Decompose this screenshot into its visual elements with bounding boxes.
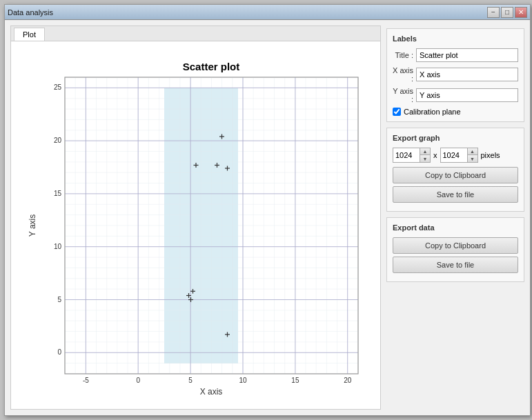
close-button[interactable]: ✕: [515, 7, 527, 18]
labels-section-title: Labels: [393, 34, 518, 43]
height-spin-down[interactable]: ▼: [468, 155, 477, 162]
xaxis-input[interactable]: [416, 68, 518, 81]
tab-plot[interactable]: Plot: [14, 28, 45, 41]
height-input[interactable]: [441, 148, 467, 162]
svg-text:10: 10: [53, 242, 61, 250]
scatter-plot-svg: Scatter plot: [27, 57, 365, 394]
svg-text:0: 0: [57, 348, 61, 356]
window-title: Data analysis: [8, 8, 53, 17]
height-spin-up[interactable]: ▲: [468, 148, 477, 155]
y-axis-label: Y axis: [28, 214, 37, 236]
width-spinbox-arrows: ▲ ▼: [420, 148, 430, 162]
plot-panel: Plot Scatter plot: [10, 26, 381, 410]
times-label: x: [433, 151, 437, 159]
title-field-row: Title :: [393, 48, 518, 62]
svg-text:25: 25: [53, 83, 61, 91]
save-graph-button[interactable]: Save to file: [393, 186, 518, 203]
export-size-row: ▲ ▼ x ▲ ▼ pixels: [393, 148, 518, 163]
svg-text:-5: -5: [82, 377, 88, 384]
width-spin-down[interactable]: ▼: [420, 155, 430, 162]
export-graph-section: Export graph ▲ ▼ x ▲ ▼: [386, 128, 524, 212]
title-field-label: Title :: [393, 51, 413, 59]
title-input[interactable]: [416, 48, 518, 62]
titlebar-buttons: − □ ✕: [487, 7, 527, 18]
yaxis-field-row: Y axis :: [393, 87, 518, 103]
x-tick-labels: -5 0 5 10 15 20: [82, 377, 351, 384]
right-panel: Labels Title : X axis : Y axis : Calibra…: [386, 26, 524, 410]
x-axis-label: X axis: [199, 387, 222, 394]
content-area: Plot Scatter plot: [5, 20, 530, 415]
xaxis-field-label: X axis :: [393, 66, 413, 83]
plot-content: Scatter plot: [11, 41, 380, 409]
width-input[interactable]: [393, 148, 420, 162]
export-data-title: Export data: [393, 223, 518, 232]
maximize-button[interactable]: □: [501, 7, 513, 18]
width-spinbox: ▲ ▼: [393, 148, 431, 163]
svg-text:15: 15: [291, 377, 299, 384]
export-graph-title: Export graph: [393, 134, 518, 142]
calibration-checkbox[interactable]: [393, 108, 401, 116]
export-data-section: Export data Copy to Clipboard Save to fi…: [386, 217, 524, 282]
svg-text:15: 15: [53, 189, 61, 197]
svg-text:0: 0: [136, 377, 140, 384]
tab-bar: Plot: [11, 26, 380, 41]
minimize-button[interactable]: −: [487, 7, 500, 18]
height-spinbox-arrows: ▲ ▼: [467, 148, 477, 162]
height-spinbox: ▲ ▼: [440, 148, 478, 163]
labels-section: Labels Title : X axis : Y axis : Calibra…: [386, 28, 524, 122]
calibration-row: Calibration plane: [393, 108, 518, 116]
copy-data-button[interactable]: Copy to Clipboard: [393, 237, 518, 254]
pixels-label: pixels: [481, 151, 500, 159]
svg-text:5: 5: [57, 295, 61, 303]
svg-text:20: 20: [53, 137, 61, 144]
titlebar: Data analysis − □ ✕: [5, 5, 530, 20]
save-data-button[interactable]: Save to file: [393, 257, 518, 273]
svg-text:20: 20: [344, 377, 352, 384]
chart-title: Scatter plot: [182, 61, 239, 72]
copy-graph-button[interactable]: Copy to Clipboard: [393, 167, 518, 183]
main-window: Data analysis − □ ✕ Plot: [4, 4, 531, 416]
svg-text:5: 5: [188, 377, 193, 384]
width-spin-up[interactable]: ▲: [420, 148, 430, 155]
y-tick-labels: 0 5 10 15 20 25: [53, 83, 61, 356]
yaxis-field-label: Y axis :: [393, 87, 413, 103]
xaxis-field-row: X axis :: [393, 66, 518, 83]
calibration-label: Calibration plane: [404, 108, 461, 116]
yaxis-input[interactable]: [416, 88, 518, 102]
svg-text:10: 10: [239, 377, 247, 384]
